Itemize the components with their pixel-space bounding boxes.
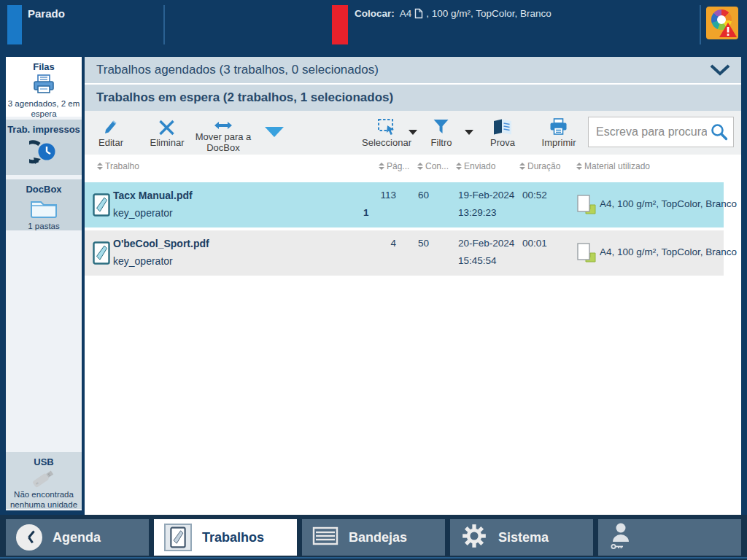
sidebar-item-trab-impressos[interactable]: Trab. impressos [6, 120, 82, 175]
jobs-document-icon [164, 524, 192, 551]
search-icon[interactable] [710, 122, 729, 141]
sidebar-item-docbox[interactable]: DocBox 1 pastas [6, 179, 82, 230]
jobs-table-header: Trabalho Pág... Con... Enviado Duração M… [85, 155, 741, 178]
job-copies: 60 [400, 190, 429, 201]
tab-trabalhos[interactable]: Trabalhos [154, 519, 297, 556]
media-size: A4 [400, 8, 412, 19]
clock-icon [16, 524, 42, 551]
sort-icon [576, 163, 582, 170]
sort-icon [97, 163, 103, 170]
column-sent-label: Enviado [464, 161, 495, 171]
select-dropdown-caret[interactable] [409, 130, 417, 135]
scheduled-jobs-header-text: Trabalhos agendados (3 trabalhos, 0 sele… [96, 63, 379, 77]
edit-button[interactable]: Editar [98, 117, 123, 148]
job-pages: 113 [365, 190, 396, 201]
table-row-tacx-manual[interactable]: Tacx Manual.pdf key_operator 1 113 60 19… [85, 182, 724, 228]
select-area-icon [362, 117, 411, 136]
job-pages: 4 [365, 238, 396, 249]
filas-title: Filas [6, 61, 82, 72]
job-duration: 00:52 [522, 190, 547, 201]
column-header-job[interactable]: Trabalho [97, 155, 139, 178]
column-header-sent[interactable]: Enviado [456, 155, 495, 178]
top-status-bar: Parado Colocar: A4 , 100 g/m², TopColor,… [0, 0, 747, 51]
filter-dropdown-caret[interactable] [465, 130, 473, 135]
job-owner: key_operator [113, 207, 173, 219]
filter-label: Filtro [431, 137, 452, 148]
trays-icon [312, 526, 338, 549]
search-input[interactable] [589, 125, 710, 139]
scheduled-jobs-header[interactable]: Trabalhos agendados (3 trabalhos, 0 sele… [85, 57, 741, 83]
edit-label: Editar [98, 137, 123, 148]
printer-icon [542, 117, 576, 136]
job-duration: 00:01 [522, 238, 547, 249]
column-material-label: Material utilizado [584, 161, 650, 171]
move-to-docbox-button[interactable]: Mover para a DocBox [188, 117, 258, 153]
column-header-pages[interactable]: Pág... [379, 155, 409, 178]
select-label: Seleccionar [362, 137, 411, 148]
proof-label: Prova [490, 137, 515, 148]
docbox-count: 1 pastas [6, 221, 82, 231]
job-sent-time: 13:29:23 [458, 207, 497, 218]
column-header-duration[interactable]: Duração [519, 155, 560, 178]
select-button[interactable]: Seleccionar [362, 117, 411, 148]
column-duration-label: Duração [527, 161, 560, 171]
move-arrow-icon [188, 117, 258, 130]
usb-drive-icon: ≈ [6, 468, 82, 489]
table-row-obecool-sport[interactable]: O'beCool_Sport.pdf key_operator 4 50 20-… [85, 230, 724, 276]
tab-bandejas-label: Bandejas [349, 530, 407, 545]
color-calibration-warning-icon[interactable] [706, 7, 738, 39]
print-label: Imprimir [542, 137, 576, 148]
filter-button[interactable]: Filtro [431, 117, 452, 148]
tab-user-login[interactable] [598, 519, 741, 556]
tab-bandejas[interactable]: Bandejas [302, 519, 445, 556]
tab-sistema-label: Sistema [498, 530, 549, 545]
filas-counts: 3 agendados, 2 em espera [6, 98, 82, 119]
warning-triangle-icon [719, 21, 738, 39]
column-header-material[interactable]: Material utilizado [576, 155, 650, 178]
folder-icon [6, 195, 82, 220]
sidebar-item-filas[interactable]: Filas 3 agendados, 2 em espera [6, 57, 82, 117]
proof-button[interactable]: Prova [490, 117, 515, 148]
job-sequence-number: 1 [363, 207, 369, 218]
sort-icon [379, 163, 384, 170]
tab-trabalhos-label: Trabalhos [202, 530, 264, 545]
proof-book-icon [490, 117, 515, 136]
waiting-jobs-header[interactable]: Trabalhos em espera (2 trabalhos, 1 sele… [85, 85, 741, 111]
sort-icon [417, 163, 423, 170]
jobs-toolbar: Editar Eliminar Mover para a DocBox [85, 111, 741, 155]
job-document-icon [93, 193, 110, 219]
job-sent-date: 20-Feb-2024 [458, 238, 514, 249]
job-document-icon [93, 241, 110, 267]
column-pages-label: Pág... [387, 161, 409, 171]
column-header-copies[interactable]: Con... [417, 155, 449, 178]
material-icon [576, 194, 597, 218]
bottom-navigation: Agenda Trabalhos Bandejas [0, 515, 747, 560]
media-attributes: , 100 g/m², TopColor, Branco [426, 8, 551, 19]
chevron-down-icon[interactable] [709, 64, 731, 79]
job-owner: key_operator [113, 255, 173, 267]
move-to-docbox-label: Mover para a DocBox [188, 131, 258, 153]
column-copies-label: Con... [425, 161, 449, 171]
load-media-alert-indicator [332, 5, 348, 44]
column-job-label: Trabalho [105, 161, 139, 171]
delete-label: Eliminar [150, 137, 185, 148]
delete-button[interactable]: Eliminar [150, 117, 185, 148]
material-icon [576, 242, 597, 266]
printer-status-text: Parado [28, 7, 65, 20]
sidebar-item-usb[interactable]: USB ≈ Não encontrada nenhuma unidade ... [6, 452, 82, 509]
job-copies: 50 [400, 238, 429, 249]
print-button[interactable]: Imprimir [542, 117, 576, 148]
job-name: Tacx Manual.pdf [113, 190, 193, 201]
search-box [588, 117, 734, 147]
waiting-jobs-header-text: Trabalhos em espera (2 trabalhos, 1 sele… [96, 90, 393, 105]
pencil-icon [98, 117, 123, 136]
printer-queue-icon [6, 73, 82, 98]
tab-agenda[interactable]: Agenda [6, 519, 149, 556]
printer-status-indicator [7, 5, 22, 44]
topbar-divider [163, 5, 165, 44]
tab-agenda-label: Agenda [53, 530, 101, 545]
x-icon [150, 117, 185, 136]
tab-sistema[interactable]: Sistema [450, 519, 593, 556]
job-sent-time: 15:45:54 [458, 255, 497, 266]
more-actions-dropdown[interactable] [265, 127, 284, 137]
